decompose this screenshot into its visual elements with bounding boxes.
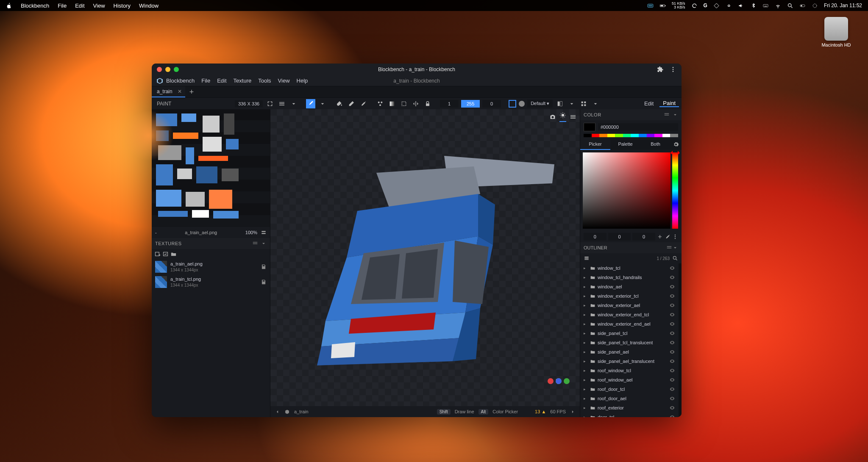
visibility-icon[interactable] (669, 340, 675, 346)
texture-item[interactable]: a_train_tcl.png1344 x 1344px (152, 274, 270, 290)
chevron-right-icon[interactable]: ▸ (584, 303, 588, 307)
swatch[interactable] (592, 134, 600, 137)
swatch[interactable] (670, 134, 678, 137)
gradient-tool-icon[interactable] (387, 99, 397, 108)
color-hex-input[interactable]: #000000 (598, 123, 678, 131)
chevron-right-icon[interactable]: ▸ (584, 387, 588, 391)
outliner-item[interactable]: ▸side_panel_ael_translucent (580, 357, 679, 366)
import-texture-icon[interactable] (162, 251, 169, 257)
status-wifi-icon[interactable] (775, 3, 781, 9)
outliner-item[interactable]: ▸window_exterior_ael (580, 301, 679, 310)
uv-zoom[interactable]: 100% (245, 230, 257, 235)
swatch[interactable] (662, 134, 670, 137)
color-settings-icon[interactable] (670, 140, 682, 150)
outliner-item[interactable]: ▸roof_door_ael (580, 394, 679, 403)
save-icon[interactable] (261, 279, 267, 285)
chevron-right-icon[interactable]: ▸ (584, 415, 588, 417)
swatch[interactable] (631, 134, 639, 137)
edit-mode[interactable]: Edit (641, 100, 657, 107)
visibility-icon[interactable] (669, 349, 675, 355)
outliner-scrollbar[interactable] (679, 263, 682, 417)
split-view-icon[interactable] (555, 99, 565, 108)
outliner-item[interactable]: ▸window_exterior_end_tcl (580, 310, 679, 319)
3d-viewport[interactable]: Y a_train Shift Draw line Alt Color Pick… (270, 109, 580, 417)
menubar-file[interactable]: File (58, 3, 67, 9)
paint-mode[interactable]: Paint (659, 100, 679, 107)
apple-icon[interactable] (6, 3, 12, 9)
menubar-app-name[interactable]: Blockbench (21, 3, 49, 9)
outliner-item[interactable]: ▸roof_exterior (580, 403, 679, 412)
outliner-item[interactable]: ▸window_tcl_handrails (580, 273, 679, 282)
status-volume-icon[interactable] (738, 3, 744, 9)
color-swatches[interactable] (580, 134, 682, 140)
chevron-right-icon[interactable]: ▸ (584, 285, 588, 289)
picker-tab[interactable]: Picker (580, 140, 610, 150)
visibility-icon[interactable] (669, 284, 675, 290)
nav-back-icon[interactable] (275, 409, 280, 415)
chevron-right-icon[interactable]: ▸ (584, 378, 588, 382)
menubar-view[interactable]: View (93, 3, 105, 9)
swatch[interactable] (599, 134, 607, 137)
outliner-item[interactable]: ▸roof_window_ael (580, 375, 679, 385)
grid-view-icon[interactable] (579, 99, 588, 108)
lock-alpha-icon[interactable] (423, 99, 432, 108)
chevron-right-icon[interactable]: ▸ (584, 313, 588, 317)
fill-tool-icon[interactable] (335, 99, 344, 108)
brush-tool-icon[interactable] (306, 99, 315, 108)
more-icon[interactable] (670, 66, 676, 73)
chevron-right-icon[interactable]: ▸ (584, 396, 588, 401)
menubar-edit[interactable]: Edit (75, 3, 84, 9)
visibility-icon[interactable] (669, 321, 675, 327)
visibility-icon[interactable] (669, 293, 675, 299)
chevron-down-icon[interactable] (318, 99, 327, 108)
chevron-down-icon[interactable] (591, 99, 600, 108)
status-g-icon[interactable]: G (704, 3, 707, 8)
outliner-item[interactable]: ▸side_panel_tcl_translucent (580, 338, 679, 347)
app-menu-file[interactable]: File (201, 77, 210, 84)
outliner-item[interactable]: ▸roof_window_tcl (580, 366, 679, 375)
desktop-macintosh-hd[interactable]: Macintosh HD (817, 17, 855, 47)
rgb-b-input[interactable]: 0 (632, 233, 655, 241)
visibility-icon[interactable] (669, 368, 675, 373)
chevron-down-icon[interactable] (672, 112, 678, 118)
camera-icon[interactable] (549, 113, 556, 120)
orientation-gizmo[interactable]: Y (548, 378, 570, 400)
tab-add-button[interactable]: + (185, 88, 198, 97)
more-icon[interactable] (672, 234, 678, 240)
outliner-list[interactable]: ▸window_tcl▸window_tcl_handrails▸window_… (580, 263, 679, 417)
shape-tool-icon[interactable] (376, 99, 385, 108)
panel-menu-icon[interactable] (252, 241, 258, 246)
brush-size-input[interactable]: 1 (440, 100, 459, 108)
visibility-icon[interactable] (669, 377, 675, 383)
mirror-tool-icon[interactable] (411, 99, 420, 108)
outliner-item[interactable]: ▸side_panel_tcl (580, 329, 679, 338)
chevron-down-icon[interactable] (289, 99, 298, 108)
outliner-item[interactable]: ▸window_tcl (580, 263, 679, 273)
outliner-item[interactable]: ▸door_tcl (580, 412, 679, 417)
rgb-r-input[interactable]: 0 (584, 233, 606, 241)
status-link-icon[interactable] (726, 3, 732, 9)
eyedropper-icon[interactable] (665, 234, 670, 240)
panel-menu-icon[interactable] (664, 112, 670, 118)
outliner-item[interactable]: ▸window_ael (580, 282, 679, 291)
brush-shape-square[interactable] (509, 100, 516, 108)
color-swatch[interactable] (584, 123, 595, 131)
project-tab[interactable]: a_train ✕ (152, 86, 185, 97)
swatch[interactable] (615, 134, 623, 137)
status-battery-icon[interactable] (659, 3, 666, 9)
folder-texture-icon[interactable] (170, 251, 177, 257)
texture-item[interactable]: a_train_ael.png1344 x 1344px (152, 259, 270, 274)
swatch[interactable] (623, 134, 631, 137)
visibility-icon[interactable] (669, 274, 675, 280)
visibility-icon[interactable] (669, 312, 675, 318)
menubar-window[interactable]: Window (139, 3, 159, 9)
plugins-icon[interactable] (657, 66, 664, 73)
brush-opacity-input[interactable]: 255 (461, 100, 480, 108)
app-menu-tools[interactable]: Tools (258, 77, 271, 84)
window-maximize[interactable] (174, 67, 179, 72)
outliner-layers-icon[interactable] (584, 255, 590, 261)
chevron-down-icon[interactable] (261, 241, 267, 246)
saturation-value-picker[interactable] (583, 152, 670, 229)
chevron-down-icon[interactable] (567, 99, 576, 108)
outliner-item[interactable]: ▸side_panel_ael (580, 347, 679, 357)
